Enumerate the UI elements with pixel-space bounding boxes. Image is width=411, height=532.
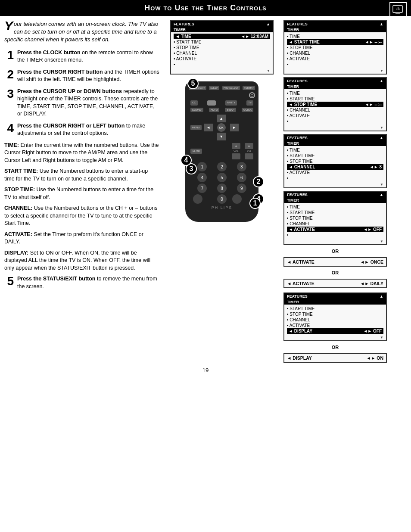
screen-5-sub: TIMER xyxy=(284,198,386,203)
screen-1-header: FEATURES ▲ xyxy=(171,21,273,27)
screen-1-footer: ▼ xyxy=(171,68,273,74)
s2-stop: • STOP TIME xyxy=(287,45,383,50)
sleep-btn[interactable]: SLEEP xyxy=(209,86,219,90)
dpad-down[interactable]: ▼ xyxy=(217,133,226,140)
dpad-ok[interactable]: OK xyxy=(217,123,226,132)
display-on-row: ◄ DISPLAY ◄► ON xyxy=(283,353,387,363)
philips-logo: PHILIPS xyxy=(189,205,255,210)
step-5-text: Press the STATUS/EXIT button to remove t… xyxy=(17,275,159,290)
power-button[interactable] xyxy=(249,92,255,98)
intro-text: our television comes with an on-screen c… xyxy=(4,21,158,43)
vol-ch-group: + VOL – + CH – xyxy=(232,143,253,159)
num-4[interactable]: 4 xyxy=(197,173,207,182)
pro-select-btn[interactable]: PRO SELECT xyxy=(222,86,240,90)
ch-label: CH xyxy=(247,150,251,152)
step-1-text: Press the CLOCK button on the remote con… xyxy=(17,49,159,64)
num-extra-right[interactable] xyxy=(232,194,242,204)
desc-channel: CHANNEL: Use the Numbered buttons or the… xyxy=(4,205,159,227)
num-6[interactable]: 6 xyxy=(237,173,246,182)
screen-1-item-5: • xyxy=(174,62,270,67)
num-extra-left[interactable] xyxy=(193,194,202,204)
screen-4-body: • TIME • START TIME • STOP TIME ◄ CHANNE… xyxy=(284,146,386,182)
s5-start: • START TIME xyxy=(287,210,383,215)
num-7[interactable]: 7 xyxy=(197,184,207,193)
num-0[interactable]: 0 xyxy=(217,194,227,204)
s6-activate: • ACTIVATE xyxy=(287,323,383,328)
s2-time: • TIME xyxy=(287,34,383,39)
screen-1-body: ◄ TIME ◄► 12:03AM • START TIME • STOP TI… xyxy=(171,32,273,68)
step-2-number: 2 xyxy=(4,68,14,81)
s2-channel: • CHANNEL xyxy=(287,50,383,56)
num-2[interactable]: 2 xyxy=(217,162,227,171)
screen-channel: FEATURES ▲ TIMER • TIME • START TIME • S… xyxy=(283,134,387,188)
step-2-text: Press the CURSOR RIGHT button and the TI… xyxy=(17,68,159,84)
drop-cap: Y xyxy=(4,19,13,32)
s6-channel: • CHANNEL xyxy=(287,317,383,323)
sound-btn[interactable]: SOUND xyxy=(190,108,203,112)
desc-start-time: START TIME: Use the Numbered buttons to … xyxy=(4,168,159,183)
s4-stop: • STOP TIME xyxy=(287,159,383,164)
num-8[interactable]: 8 xyxy=(217,184,227,193)
mute-btn[interactable]: MUTE xyxy=(190,149,202,154)
s6-stop: • STOP TIME xyxy=(287,311,383,317)
main-content: Your television comes with an on-screen … xyxy=(0,20,411,363)
screen-4-header: FEATURES ▲ xyxy=(284,135,386,141)
vol-ch-area: MUTE + VOL – + CH – xyxy=(189,143,255,159)
step-4-text: Press the CURSOR RIGHT or LEFT button to… xyxy=(17,122,159,137)
step-overlay-1: 1 xyxy=(249,198,261,209)
numpad: 1 2 3 4 5 6 7 8 9 0 xyxy=(189,162,255,204)
intro-paragraph: Your television comes with an on-screen … xyxy=(4,20,159,44)
step-1: 1 Press the CLOCK button on the remote c… xyxy=(4,49,159,64)
vol-up-btn[interactable]: + xyxy=(232,143,240,149)
vol-down-btn[interactable]: – xyxy=(232,153,240,159)
s2-dot: • xyxy=(287,62,383,67)
screen-6-sub: TIMER xyxy=(284,299,386,305)
num-1[interactable]: 1 xyxy=(197,162,207,171)
num-3[interactable]: 3 xyxy=(237,162,246,171)
desc-display: DISPLAY: Set to ON or OFF. When ON, the … xyxy=(4,249,159,272)
desc-time: TIME: Enter the current time with the nu… xyxy=(4,142,159,165)
dpad-up[interactable]: ▲ xyxy=(217,115,226,122)
step-3: 3 Press the CURSOR UP or DOWN buttons re… xyxy=(4,88,159,118)
s2-activate: • ACTIVATE xyxy=(287,56,383,62)
ch-up-btn[interactable]: + xyxy=(245,143,253,149)
or-1-label: OR xyxy=(283,248,387,255)
screen-3-header: FEATURES ▲ xyxy=(284,78,386,84)
screen-6-highlighted: ◄ DISPLAY ◄► OFF xyxy=(287,328,383,334)
step-3-text: Press the CURSOR UP or DOWN buttons repe… xyxy=(17,88,159,118)
screen-4-highlighted: ◄ CHANNEL ◄► 8 xyxy=(287,164,383,170)
screen-2-footer: ▼ xyxy=(284,68,386,74)
screen-2-header: FEATURES ▲ xyxy=(284,21,386,27)
party-btn[interactable]: PARTY xyxy=(225,100,237,106)
screen-1: FEATURES ▲ TIMER ◄ TIME ◄► 12:03AM • STA… xyxy=(170,20,274,75)
dpad-left[interactable]: ◄ xyxy=(204,124,213,131)
step-5-number: 5 xyxy=(4,275,14,287)
s3-activate: • ACTIVATE xyxy=(287,113,383,118)
s4-start: • START TIME xyxy=(287,153,383,159)
cc-btn[interactable]: CC xyxy=(190,100,198,106)
screen-5-footer: ▼ xyxy=(284,239,386,244)
num-5[interactable]: 5 xyxy=(217,173,227,182)
quick-btn[interactable]: QUICK xyxy=(242,108,253,112)
auto-btn[interactable]: AUTO xyxy=(209,108,220,112)
screen-icon xyxy=(207,100,216,106)
ch-down-btn[interactable]: – xyxy=(245,153,253,159)
step-4: 4 Press the CURSOR RIGHT or LEFT button … xyxy=(4,122,159,137)
sound-row: SOUND AUTO SWAP QUICK xyxy=(189,108,255,112)
remote-top-row: STATUS/EXIT SLEEP PRO SELECT FORMAT xyxy=(189,86,255,90)
swap-btn[interactable]: SWAP xyxy=(225,108,236,112)
step-overlay-4: 4 xyxy=(181,155,192,166)
screen-3-body: • TIME • START TIME ◄ STOP TIME ◄► --:--… xyxy=(284,89,386,125)
screen-1-item-4: • ACTIVATE xyxy=(174,56,270,62)
num-9[interactable]: 9 xyxy=(237,184,246,193)
step-3-number: 3 xyxy=(4,88,14,100)
screen-5-header: FEATURES ▲ xyxy=(284,192,386,198)
format-btn[interactable]: FORMAT xyxy=(243,86,255,90)
screen-1-sub: TIMER xyxy=(171,27,273,32)
cc-party-tv-row: CC PARTY TV xyxy=(189,100,255,106)
tv-btn[interactable]: TV xyxy=(246,100,253,106)
center-column: FEATURES ▲ TIMER ◄ TIME ◄► 12:03AM • STA… xyxy=(164,20,280,363)
dpad-right[interactable]: ► xyxy=(230,124,239,131)
activate-once-row: ◄ ACTIVATE ◄► ONCE xyxy=(283,257,387,267)
menu-btn[interactable]: MENU xyxy=(190,125,202,130)
